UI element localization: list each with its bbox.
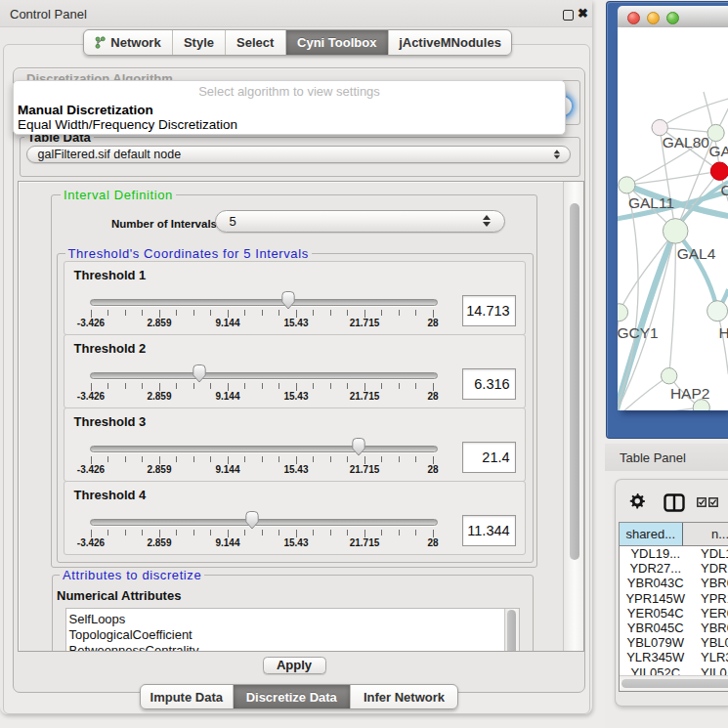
table-cell-shared-name[interactable]: YPR145W [620,591,693,606]
gear-icon[interactable] [629,492,645,509]
network-canvas[interactable]: GAL80GACGAL11GAL4GCY1HHAP2 [618,27,728,410]
threshold-slider-track[interactable] [90,446,438,453]
network-node-gal4[interactable] [663,219,688,244]
close-traffic-light[interactable] [627,12,640,24]
bottom-tab-impute-data[interactable]: Impute Data [141,685,234,708]
table-row[interactable]: YER054C YER0 [620,606,728,621]
threshold-value-field[interactable]: 11.344 [462,515,516,546]
table-data-combobox[interactable]: galFiltered.sif default node [26,146,572,163]
table-cell-shared-name[interactable]: YER054C [620,606,693,621]
threshold-slider-track[interactable] [90,519,438,527]
table-column-header-name[interactable]: n... [683,523,728,546]
attribute-list-item[interactable]: SelfLoops [66,612,519,627]
table-row[interactable]: YDR27... YDR2 [620,561,728,576]
network-node-gcy1[interactable] [618,304,628,321]
table-row[interactable]: YBL079W YBL0 [620,635,728,650]
split-columns-icon[interactable] [664,493,685,512]
algorithm-popup-prompt: Select algorithm to view settings [14,84,565,99]
table-cell-name[interactable]: YBR0 [692,621,728,635]
table-row[interactable]: YPR145W YPR1 [620,591,728,606]
slider-tick-label: 28 [427,391,438,402]
checked-box-icon[interactable] [697,497,707,507]
attribute-list-item[interactable]: TopologicalCoefficient [66,627,519,643]
table-horizontal-scrollbar-thumb[interactable] [621,679,728,688]
table-row[interactable]: YDL19... YDL1 [620,546,728,561]
numerical-attributes-list[interactable]: SelfLoopsTopologicalCoefficientBetweenne… [65,608,520,652]
tab-select[interactable]: Select [226,30,286,55]
settings-scroll-area: Interval Definition Number of Intervals … [18,181,584,652]
attribute-list-item[interactable]: BetweennessCentrality [66,643,519,652]
threshold-value-field[interactable]: 21.4 [462,442,516,473]
algorithm-popup-item-equal-width[interactable]: Equal Width/Frequency Discretization [18,117,237,132]
table-row[interactable]: YBR043C YBR0 [620,576,728,590]
threshold-slider-track[interactable] [90,299,438,307]
slider-tick [399,456,400,462]
apply-button[interactable]: Apply [263,657,326,675]
table-horizontal-scrollbar[interactable] [620,675,728,692]
tab-cyni-toolbox[interactable]: Cyni Toolbox [286,30,390,55]
table-cell-shared-name[interactable]: YBL079W [620,635,693,650]
slider-tick [330,456,331,462]
table-cell-name[interactable]: YER0 [692,606,728,621]
network-edge[interactable] [660,99,728,128]
network-node-c[interactable] [710,162,728,180]
table-cell-name[interactable]: YPR1 [692,591,728,606]
bottom-tab-infer-network[interactable]: Infer Network [351,685,457,708]
table-row[interactable]: YLR345W YLR3 [620,650,728,664]
network-node-h[interactable] [707,301,727,321]
threshold-panel-3: Threshold 3 -3.4262.8599.14415.4321.7152… [64,407,527,482]
tab-jactivemnodules[interactable]: jActiveMNodules [389,30,511,55]
table-cell-shared-name[interactable]: YBR043C [620,576,693,590]
tab-style[interactable]: Style [173,30,226,55]
threshold-value-field[interactable]: 14.713 [462,295,516,326]
table-cell-name[interactable]: YLR3 [692,650,728,664]
table-panel-titlebar[interactable]: Table Panel [605,444,728,471]
slider-tick-label: -3.426 [77,318,105,328]
table-cell-name[interactable]: YDL1 [692,546,728,561]
table-cell-shared-name[interactable]: YLR345W [620,650,693,664]
float-window-icon[interactable] [563,10,574,21]
table-column-header-shared[interactable]: shared... [620,523,683,546]
zoom-traffic-light[interactable] [666,12,679,24]
threshold-slider-thumb[interactable] [192,364,207,383]
settings-scrollbar[interactable] [563,182,583,651]
table-cell-name[interactable]: YBR0 [692,576,728,590]
table-cell-name[interactable]: YDR2 [692,561,728,576]
network-node-hap2[interactable] [661,368,676,384]
minimize-traffic-light[interactable] [647,12,660,24]
threshold-slider-thumb[interactable] [280,290,296,310]
network-edge[interactable] [618,407,702,409]
table-cell-shared-name[interactable]: YBR045C [620,621,693,635]
control-panel-titlebar[interactable]: Control Panel ✖ [0,0,592,27]
slider-tick-label: 2.859 [147,537,171,548]
network-node-gal11[interactable] [618,177,634,193]
checked-box-icon[interactable] [708,497,718,507]
table-cell-shared-name[interactable]: YDR27... [620,561,693,576]
slider-tick [415,383,416,389]
close-icon[interactable]: ✖ [578,6,588,21]
slider-tick [278,310,279,316]
network-node-label: H [718,324,728,341]
bottom-tab-discretize-data[interactable]: Discretize Data [234,685,352,708]
tab-network[interactable]: Network [84,30,173,55]
slider-tick-label: 2.859 [147,391,171,402]
attributes-list-scrollbar-thumb[interactable] [507,610,516,652]
table-row[interactable]: YBR045C YBR0 [620,621,728,635]
threshold-slider-thumb[interactable] [351,437,366,456]
slider-tick [176,530,177,535]
threshold-slider-track[interactable] [90,372,438,380]
threshold-value-field[interactable]: 6.316 [462,368,516,400]
settings-scrollbar-thumb[interactable] [570,203,579,560]
slider-tick-label: 28 [427,318,438,328]
attributes-list-scrollbar[interactable] [504,609,519,652]
slider-tick [107,530,108,535]
algorithm-popup-item-manual[interactable]: Manual Discretization [18,103,153,117]
table-cell-name[interactable]: YBL0 [692,635,728,650]
network-edge-thick[interactable] [675,231,717,311]
slider-tick [244,530,245,535]
network-window-titlebar[interactable] [618,6,728,28]
network-node-ga[interactable] [707,124,724,141]
threshold-slider-thumb[interactable] [244,510,260,530]
number-of-intervals-combobox[interactable]: 5 [215,210,505,233]
table-cell-shared-name[interactable]: YDL19... [620,546,693,561]
